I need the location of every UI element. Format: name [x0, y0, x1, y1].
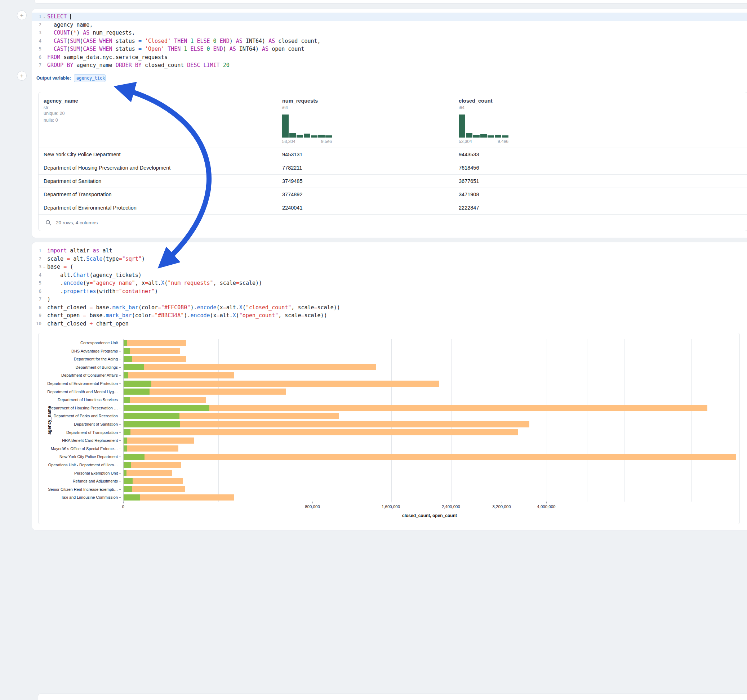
column-header[interactable]: agency_namestrunique: 20nulls: 0 [44, 98, 282, 144]
table-row: Department of Sanitation37494853677651 [39, 174, 747, 188]
table-body: New York City Police Department945313194… [39, 148, 747, 214]
y-axis-label: Taxi and Limousine Commission [39, 493, 121, 502]
code-line: 10chart_closed + chart_open [32, 320, 747, 328]
gridline [624, 339, 625, 502]
y-axis-label: New York City Police Department [39, 453, 121, 461]
cell: 3774892 [282, 192, 459, 197]
x-axis-tick [451, 502, 451, 503]
code-text: SELECT [47, 13, 747, 21]
bar-open [124, 405, 209, 411]
code-line: 3⌄base = ( [32, 263, 747, 271]
gutter-spacer [41, 29, 47, 37]
code-line: 5 .encode(y="agency_name", x=alt.X("num_… [32, 279, 747, 287]
table-footer: 20 rows, 4 columns [39, 214, 747, 231]
column-name: agency_name [44, 98, 282, 104]
histogram-bar [282, 115, 289, 137]
code-line: 4 CAST(SUM(CASE WHEN status = 'Closed' T… [32, 37, 747, 45]
x-axis-label: 3,200,000 [492, 504, 511, 509]
code-text: ) [47, 295, 747, 303]
x-axis-label: 2,400,000 [442, 504, 460, 509]
previous-cell-edge [34, 0, 747, 4]
table-row: Department of Environmental Protection22… [39, 201, 747, 214]
histogram-bar [459, 115, 465, 137]
histogram-bar [311, 136, 318, 137]
y-axis-label: Department of Consumer Affairs [39, 371, 121, 380]
y-axis-label: Correspondence Unit [39, 339, 121, 347]
bar-closed [124, 397, 206, 403]
bar-open [124, 494, 140, 501]
bar-open [124, 356, 132, 362]
code-line: 2 agency_name, [32, 21, 747, 29]
sql-code-editor[interactable]: 1⌄SELECT 2 agency_name,3 COUNT(*) AS num… [32, 13, 747, 69]
histogram-bar [289, 133, 296, 137]
y-axis-label: Personal Exemption Unit [39, 469, 121, 477]
histogram-max-label: 9.5e6 [321, 139, 332, 144]
code-text: .encode(y="agency_name", x=alt.X("num_re… [47, 279, 747, 287]
output-variable-row: Output variable: agency_tickets [36, 74, 747, 83]
bar-open [124, 454, 145, 460]
fold-chevron-icon[interactable]: ⌄ [41, 13, 47, 21]
bar-open [124, 381, 151, 387]
y-axis-label: Department of Health and Mental Hyg… [39, 388, 121, 396]
chart-x-axis-title: closed_count, open_count [123, 513, 736, 518]
output-variable-chip[interactable]: agency_tickets [74, 74, 106, 82]
add-cell-button-mid[interactable]: + [17, 71, 27, 81]
histogram-bar [325, 136, 332, 137]
line-number: 8 [32, 303, 41, 312]
code-text: GROUP BY agency_name ORDER BY closed_cou… [47, 61, 747, 69]
bar-closed [124, 381, 439, 387]
sql-cell: 1⌄SELECT 2 agency_name,3 COUNT(*) AS num… [32, 9, 747, 238]
line-number: 2 [32, 255, 41, 263]
python-code-editor[interactable]: 1import altair as alt2scale = alt.Scale(… [32, 247, 747, 328]
code-text: agency_name, [47, 21, 747, 29]
cell: 9443533 [459, 152, 747, 157]
bar-open [124, 429, 130, 435]
histogram-range: 53,3049.5e6 [282, 139, 332, 144]
cell: Department of Housing Preservation and D… [44, 165, 282, 170]
gutter-spacer [41, 45, 47, 53]
gutter-spacer [41, 255, 47, 263]
gutter-spacer [41, 37, 47, 45]
column-stat: nulls: 0 [44, 117, 282, 124]
y-axis-label: Mayorâ€ s Office of Special Enforce… [39, 445, 121, 453]
gutter-spacer [41, 61, 47, 69]
bar-closed [124, 372, 234, 379]
table-row: Department of Transportation377489234719… [39, 188, 747, 201]
column-header[interactable]: num_requestsi6453,3049.5e6 [282, 98, 459, 144]
gutter-spacer [41, 311, 47, 320]
gutter-spacer [41, 287, 47, 296]
bar-closed [124, 454, 736, 460]
line-number: 5 [32, 45, 41, 53]
table-dimensions: 20 rows, 4 columns [56, 220, 98, 225]
gridline [722, 339, 722, 502]
line-number: 9 [32, 311, 41, 320]
code-line: 6FROM sample_data.nyc.service_requests [32, 53, 747, 62]
column-histogram [282, 114, 459, 137]
code-line: 7) [32, 295, 747, 303]
chart-output: agency_name Correspondence UnitDHS Advan… [38, 333, 740, 524]
x-axis-tick [123, 502, 124, 503]
search-icon[interactable] [45, 219, 51, 226]
bar-closed [124, 348, 180, 354]
line-number: 6 [32, 53, 41, 62]
bar-open [124, 462, 131, 468]
column-type: i64 [282, 105, 459, 110]
gridline [691, 339, 691, 502]
bar-open [124, 438, 127, 444]
add-cell-button-top[interactable]: + [17, 11, 27, 20]
table-header: agency_namestrunique: 20nulls: 0num_requ… [39, 92, 747, 148]
results-table: agency_namestrunique: 20nulls: 0num_requ… [38, 92, 747, 231]
histogram-min-label: 53,304 [282, 139, 295, 144]
bar-open [124, 486, 132, 492]
line-number: 2 [32, 21, 41, 29]
cell: Department of Sanitation [44, 178, 282, 184]
column-header[interactable]: closed_counti6453,3049.4e6 [459, 98, 747, 144]
column-stat: unique: 20 [44, 110, 282, 117]
cell: 7618456 [459, 165, 747, 170]
x-axis-tick [502, 502, 502, 503]
cell: 2240041 [282, 205, 459, 211]
x-axis-label: 0 [122, 504, 124, 509]
histogram-bar [318, 135, 325, 137]
gridline [659, 339, 659, 502]
fold-chevron-icon[interactable]: ⌄ [41, 263, 47, 271]
